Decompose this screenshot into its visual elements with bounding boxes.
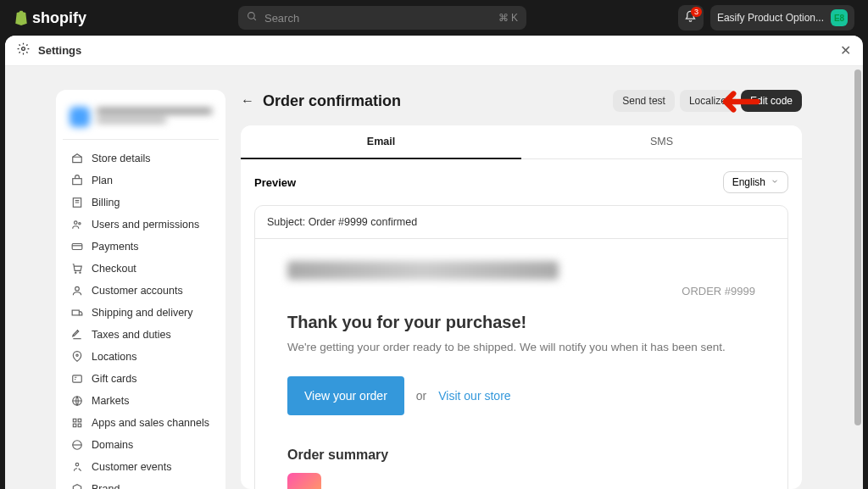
notifications-button[interactable]: 3 [678,5,704,31]
topbar: shopify Search ⌘ K 3 Easify Product Opti… [0,0,868,36]
logo-text: shopify [32,9,86,27]
svg-line-1 [253,18,256,20]
app-label: Easify Product Option... [717,12,824,24]
svg-point-0 [248,13,255,19]
search-placeholder: Search [264,12,299,25]
shopify-logo[interactable]: shopify [14,9,86,27]
search-shortcut: ⌘ K [498,12,518,24]
search-input[interactable]: Search ⌘ K [238,6,526,30]
app-switcher-button[interactable]: Easify Product Option... E8 [710,5,854,31]
avatar: E8 [831,9,848,26]
shopify-bag-icon [14,9,29,26]
search-icon [247,11,258,25]
notification-count-badge: 3 [691,7,702,17]
